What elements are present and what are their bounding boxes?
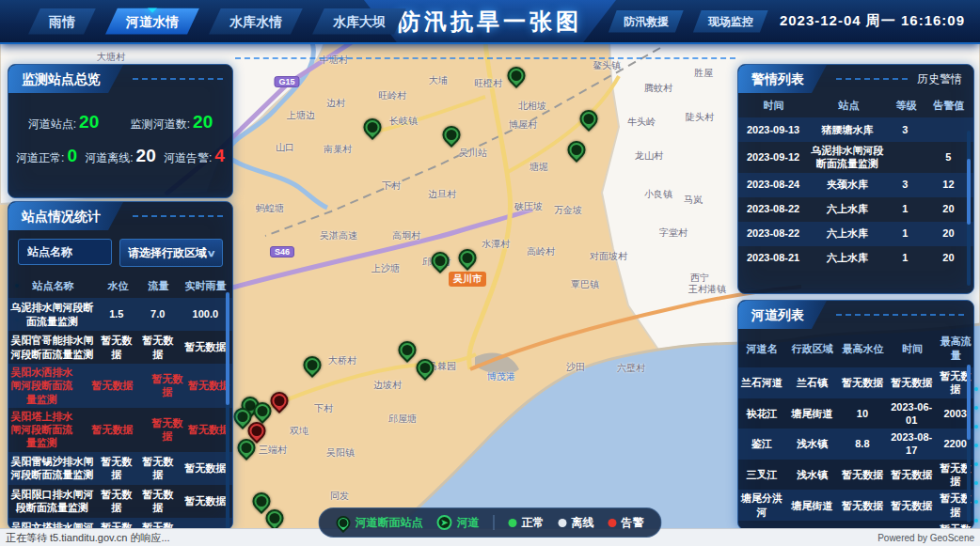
river-row[interactable]: 塘尾分洪河塘尾街道暂无数据暂无数据暂无数据 [738, 490, 973, 521]
alarm-row[interactable]: 2023-08-24夹颈水库312 [738, 173, 973, 197]
station-name: 吴阳限口排水闸河段断面流量监测 [8, 486, 96, 517]
header-button[interactable]: 防汛救援 [609, 10, 684, 33]
column-header: 水位 [98, 279, 138, 293]
column-header: 告警值 [925, 99, 974, 113]
station-value: 暂无数据 [179, 338, 232, 355]
panel-header: 站点情况统计 [8, 202, 232, 230]
alarm-cell: 2023-09-13 [738, 121, 808, 138]
header-button[interactable]: 现场监控 [693, 10, 768, 33]
river-cell: 暂无数据 [886, 466, 938, 483]
river-row[interactable]: 袂花江塘尾街道102023-06-012003 [738, 398, 973, 429]
map-marker-normal[interactable] [455, 245, 481, 271]
alarm-cell: 1 [887, 249, 924, 266]
history-alarm-link[interactable]: 历史警情 [917, 71, 973, 87]
stat-label: 河道站点: [28, 117, 76, 131]
status-text: 正在等待 t5.tianditu.gov.cn 的响应... [6, 531, 170, 545]
region-select[interactable]: 请选择行政区域 ∨ [119, 239, 223, 267]
station-value: 暂无数据 [137, 332, 179, 363]
alarm-cell: 1 [887, 200, 924, 217]
map-marker-normal[interactable] [360, 115, 386, 140]
stats-row-bottom: 河道正常:0河道离线:20河道告警:4 [12, 146, 229, 166]
alarm-cell: 2023-08-22 [738, 225, 808, 242]
river-cell: 塘尾街道 [785, 405, 839, 422]
scrollbar-thumb[interactable] [967, 159, 971, 225]
alarm-cell: 2023-09-12 [738, 148, 808, 165]
alarm-cell: 3 [887, 121, 924, 138]
station-value: 暂无数据 [137, 486, 179, 517]
map-marker-normal[interactable] [428, 248, 453, 273]
scrollbar[interactable] [226, 292, 229, 530]
station-row[interactable]: 吴阳限口排水闸河段断面流量监测暂无数据暂无数据暂无数据 [8, 485, 232, 518]
legend-label: 离线 [572, 515, 594, 531]
river-row[interactable]: 鉴江浅水镇8.82023-08-172200 [738, 429, 973, 460]
alarm-cell: 1 [887, 225, 924, 242]
river-cell: 暂无数据 [886, 497, 938, 514]
column-header: 最高流量 [939, 335, 974, 363]
map-legend: 河道断面站点➤河道正常离线告警 [319, 507, 662, 538]
column-header: 站点 [809, 99, 889, 113]
station-row[interactable]: 吴阳雷锡沙排水闸河段断面流量监测暂无数据暂无数据暂无数据 [8, 452, 232, 485]
scrollbar[interactable] [967, 131, 971, 286]
river-row[interactable]: 三叉江浅水镇暂无数据暂无数据暂无数据 [738, 460, 973, 491]
alarm-row[interactable]: 2023-08-22六上水库120 [738, 197, 973, 222]
legend-label: 告警 [622, 515, 644, 531]
alarm-row[interactable]: 2023-08-21六上水库120 [738, 246, 973, 271]
river-cell: 兰石镇 [785, 374, 839, 391]
river-cell: 袂花江 [738, 405, 785, 422]
stat-label: 河道离线: [85, 151, 133, 164]
map-attribution: Powered by GeoScene [877, 533, 974, 543]
alarm-row[interactable]: 2023-09-12乌泥排水闸河段断面流量监测5 [738, 142, 973, 173]
header-right-area: 防汛救援现场监控 2023-12-04 周一 16:16:09 [609, 10, 980, 33]
map-marker-normal[interactable] [577, 106, 602, 132]
nav-tab[interactable]: 水库大坝 [312, 8, 406, 35]
map-marker-normal[interactable] [564, 137, 590, 163]
edge-dot-decor [974, 406, 978, 410]
station-row[interactable]: 乌泥排水闸河段断面流量监测1.57.0100.0 [8, 298, 232, 331]
alarm-cell: 六上水库 [808, 249, 887, 266]
stat-value: 20 [136, 146, 156, 165]
datetime-display: 2023-12-04 周一 16:16:09 [780, 12, 965, 30]
alarm-cell [924, 128, 973, 132]
stat-label: 河道告警: [164, 151, 212, 164]
edge-dot-decor [974, 462, 978, 466]
river-cell: 暂无数据 [839, 497, 886, 514]
stat-item: 河道离线:20 [85, 146, 155, 166]
alarm-cell: 2023-08-22 [738, 200, 808, 217]
alarm-cell: 3 [887, 176, 924, 193]
alarm-row[interactable]: 2023-09-13猪腰塘水库3 [738, 117, 973, 142]
nav-tab[interactable]: 河道水情 [105, 8, 199, 35]
river-cell: 暂无数据 [886, 374, 938, 391]
river-row[interactable]: 兰石河道兰石镇暂无数据暂无数据暂无数据 [738, 367, 973, 398]
river-cell: 10 [839, 405, 886, 422]
legend-item: 告警 [609, 515, 644, 531]
station-search-input[interactable] [18, 239, 112, 265]
dot-green-icon [509, 519, 517, 527]
map-marker-normal[interactable] [504, 63, 530, 88]
map-marker-normal[interactable] [413, 355, 438, 381]
river-circle-icon: ➤ [437, 515, 452, 530]
alarm-row[interactable]: 2023-08-22六上水库120 [738, 222, 973, 246]
region-select-value: 请选择行政区域 [128, 245, 207, 261]
scrollbar[interactable] [967, 365, 971, 523]
map-marker-normal[interactable] [395, 337, 420, 363]
river-cell: 兰石河道 [738, 374, 785, 391]
river-cell: 浅水镇 [785, 466, 839, 483]
scrollbar-thumb[interactable] [967, 365, 971, 440]
dot-red-icon [609, 519, 617, 527]
scrollbar-thumb[interactable] [226, 292, 229, 405]
map-marker-normal[interactable] [300, 352, 325, 378]
stats-row-top: 河道站点:20监测河道数:20 [12, 112, 229, 133]
map-marker-normal[interactable] [439, 122, 465, 148]
nav-tab[interactable]: 水库水情 [209, 8, 303, 35]
column-header: 行政区域 [785, 342, 840, 356]
station-row[interactable]: 吴阳塔上排水闸河段断面流量监测暂无数据暂无数据暂无数据 [8, 408, 232, 452]
nav-tab[interactable]: 雨情 [28, 8, 96, 35]
river-cell: 2023-08-17 [886, 429, 938, 460]
station-table-header: 站点名称水位流量实时雨量 [8, 273, 232, 298]
station-value: 100.0 [179, 305, 232, 322]
station-row[interactable]: 吴阳水洒排水闸河段断面流量监测暂无数据暂无数据暂无数据 [8, 364, 232, 408]
alarm-cell: 2023-08-24 [738, 176, 808, 193]
legend-item: 离线 [559, 515, 594, 531]
edge-dot-decor [974, 481, 978, 485]
station-row[interactable]: 吴阳官哥能排水闸河段断面流量监测暂无数据暂无数据暂无数据 [8, 331, 232, 364]
